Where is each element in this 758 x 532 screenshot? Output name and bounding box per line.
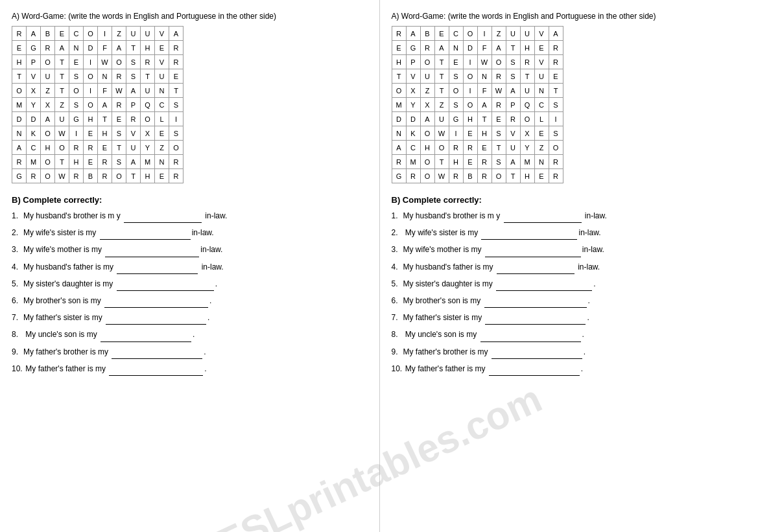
grid-cell: Z: [112, 27, 126, 41]
answer-blank[interactable]: [106, 312, 206, 325]
grid-cell: X: [41, 98, 55, 112]
grid-cell: I: [477, 27, 492, 41]
grid-cell: R: [549, 169, 563, 183]
answer-blank[interactable]: [100, 227, 191, 240]
grid-cell: X: [520, 126, 534, 141]
grid-cell: S: [449, 98, 463, 112]
answer-blank[interactable]: [481, 227, 577, 240]
answer-blank[interactable]: [497, 261, 574, 274]
answer-blank[interactable]: [480, 329, 581, 341]
question-item: 9. My father's brother is my .: [12, 346, 369, 359]
grid-cell: E: [112, 112, 126, 126]
grid-cell: S: [169, 98, 184, 112]
grid-cell: O: [549, 141, 563, 155]
question-item: 1. My husband's brother is m y in-law.: [12, 210, 369, 223]
grid-cell: H: [84, 112, 98, 126]
grid-cell: Q: [520, 98, 534, 112]
grid-cell: O: [41, 55, 55, 69]
grid-cell: N: [449, 41, 463, 55]
answer-blank[interactable]: [101, 329, 191, 341]
answer-blank[interactable]: [117, 278, 214, 291]
grid-cell: W: [477, 55, 492, 69]
grid-cell: R: [169, 155, 184, 169]
grid-cell: H: [449, 155, 463, 169]
grid-cell: I: [463, 55, 477, 69]
grid-cell: R: [506, 112, 520, 126]
answer-blank[interactable]: [104, 295, 208, 308]
grid-cell: O: [112, 169, 126, 183]
grid-cell: D: [84, 41, 98, 55]
grid-cell: R: [406, 169, 420, 183]
grid-cell: O: [420, 126, 434, 141]
grid-cell: K: [27, 126, 41, 141]
grid-cell: Z: [155, 141, 169, 155]
grid-cell: V: [155, 27, 169, 41]
question-item: 3. My wife's mother is my in-law.: [12, 244, 369, 257]
grid-cell: O: [69, 84, 84, 98]
answer-blank[interactable]: [485, 312, 586, 325]
answer-blank[interactable]: [489, 363, 580, 376]
grid-cell: N: [155, 84, 169, 98]
grid-cell: I: [169, 112, 184, 126]
grid-cell: N: [155, 155, 169, 169]
grid-cell: R: [69, 141, 84, 155]
question-item: 1. My husband's brother is m y in-law.: [392, 210, 748, 223]
grid-cell: I: [549, 112, 563, 126]
answer-blank[interactable]: [105, 244, 199, 257]
grid-cell: O: [420, 155, 434, 169]
grid-cell: N: [534, 155, 549, 169]
grid-cell: E: [449, 55, 463, 69]
grid-cell: Y: [27, 98, 41, 112]
question-number: 9.: [12, 346, 23, 358]
grid-cell: S: [169, 126, 184, 141]
answer-blank[interactable]: [484, 295, 587, 308]
grid-cell: S: [69, 98, 84, 112]
grid-cell: A: [55, 41, 69, 55]
question-item: 7. My father's sister is my .: [392, 312, 748, 325]
grid-cell: C: [449, 27, 463, 41]
grid-cell: U: [55, 112, 69, 126]
grid-cell: R: [549, 55, 563, 69]
answer-blank[interactable]: [124, 210, 202, 223]
grid-cell: O: [55, 141, 69, 155]
grid-cell: D: [463, 41, 477, 55]
grid-cell: W: [492, 84, 506, 98]
answer-blank[interactable]: [492, 346, 582, 359]
question-number: 8.: [392, 329, 403, 341]
grid-cell: F: [477, 41, 492, 55]
grid-cell: E: [463, 155, 477, 169]
grid-cell: G: [27, 41, 41, 55]
grid-cell: U: [506, 27, 520, 41]
answer-blank[interactable]: [504, 210, 582, 223]
grid-cell: T: [520, 69, 534, 84]
grid-cell: U: [155, 69, 169, 84]
grid-cell: H: [141, 169, 155, 183]
answer-blank[interactable]: [112, 346, 202, 359]
answer-blank[interactable]: [485, 244, 581, 257]
grid-cell: O: [449, 84, 463, 98]
grid-cell: R: [84, 141, 98, 155]
left-half: A) Word-Game: (write the words in Englis…: [0, 0, 379, 532]
grid-cell: V: [126, 126, 141, 141]
grid-cell: W: [434, 126, 449, 141]
grid-cell: S: [506, 69, 520, 84]
grid-cell: O: [420, 55, 434, 69]
grid-cell: S: [492, 155, 506, 169]
grid-cell: U: [41, 69, 55, 84]
grid-cell: U: [141, 27, 155, 41]
grid-cell: A: [506, 84, 520, 98]
answer-blank[interactable]: [496, 278, 592, 291]
grid-cell: X: [406, 84, 420, 98]
grid-cell: Y: [520, 141, 534, 155]
question-item: 6. My brother's son is my .: [12, 295, 369, 308]
grid-cell: A: [41, 112, 55, 126]
grid-cell: V: [155, 55, 169, 69]
question-item: 8. My uncle's son is my .: [12, 329, 369, 341]
question-item: 2. My wife's sister is my in-law.: [392, 227, 748, 240]
answer-blank[interactable]: [109, 363, 203, 376]
grid-cell: V: [406, 69, 420, 84]
answer-blank[interactable]: [117, 261, 198, 274]
grid-cell: B: [420, 27, 434, 41]
grid-cell: O: [463, 27, 477, 41]
grid-cell: A: [27, 27, 41, 41]
